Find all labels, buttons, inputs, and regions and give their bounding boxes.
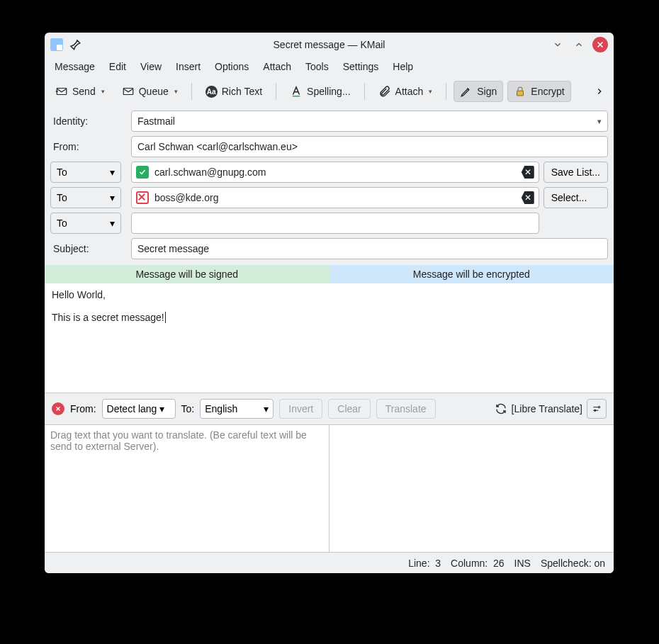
translate-to-select[interactable]: English ▾ [200, 399, 274, 419]
identity-combo[interactable]: Fastmail ▾ [131, 111, 608, 132]
status-ins[interactable]: INS [514, 558, 531, 569]
select-recipients-button[interactable]: Select... [543, 187, 608, 208]
from-value: Carl Schwan <carl@carlschwan.eu> [137, 141, 298, 152]
chevron-down-icon: ▾ [264, 403, 269, 414]
remove-recipient-button[interactable]: ✕ [522, 166, 534, 179]
from-field[interactable]: Carl Schwan <carl@carlschwan.eu> [131, 136, 608, 157]
translate-toolbar: From: Detect lang ▾ To: English ▾ Invert… [45, 393, 614, 425]
recipient-type-combo[interactable]: To ▾ [50, 213, 121, 234]
menu-insert[interactable]: Insert [169, 57, 208, 78]
translate-from-select[interactable]: Detect lang ▾ [102, 399, 176, 419]
translate-run-button[interactable]: Translate [376, 399, 436, 419]
status-spellcheck[interactable]: Spellcheck: on [541, 558, 605, 569]
lock-icon [514, 85, 526, 98]
compose-window: Secret message — KMail Message Edit View… [45, 33, 614, 573]
translate-panes: Drag text that you want to translate. (B… [45, 425, 614, 552]
recipient-type-combo[interactable]: To ▾ [50, 187, 121, 208]
translate-from-value: Detect lang [107, 403, 157, 414]
recipient-type-value: To [57, 218, 67, 229]
recipient-type-combo[interactable]: To ▾ [50, 162, 121, 183]
close-translate-button[interactable] [52, 402, 64, 415]
menu-options[interactable]: Options [208, 57, 256, 78]
toolbar-overflow-button[interactable] [590, 83, 609, 100]
translate-source-pane[interactable]: Drag text that you want to translate. (B… [45, 425, 330, 552]
richtext-icon: Aa [205, 86, 218, 98]
queue-label: Queue [139, 86, 169, 97]
menu-message[interactable]: Message [47, 57, 102, 78]
status-column-label: Column: [451, 558, 488, 569]
send-label: Send [72, 86, 96, 97]
translate-to-label: To: [181, 403, 195, 414]
text-caret [165, 312, 166, 323]
chevron-down-icon: ▾ [174, 88, 178, 95]
status-line: Line: 3 [408, 558, 441, 569]
chevron-down-icon: ▾ [597, 117, 602, 126]
menu-tools[interactable]: Tools [298, 57, 336, 78]
signed-status: Message will be signed [45, 265, 330, 283]
subject-field[interactable]: Secret message [131, 238, 608, 259]
translate-label: Translate [385, 403, 427, 414]
key-ok-icon [136, 166, 149, 179]
menu-settings[interactable]: Settings [336, 57, 386, 78]
paperclip-icon [378, 85, 391, 98]
minimize-button[interactable] [550, 37, 565, 52]
recipient-address: boss@kde.org [154, 192, 218, 203]
status-line-label: Line: [408, 558, 429, 569]
menu-help[interactable]: Help [385, 57, 420, 78]
recipient-field[interactable]: boss@kde.org ✕ [131, 187, 539, 208]
translate-engine-label: [Libre Translate] [512, 403, 582, 414]
remove-recipient-button[interactable]: ✕ [522, 191, 534, 204]
from-label: From: [50, 141, 127, 152]
select-label: Select... [551, 192, 587, 203]
recipient-type-value: To [57, 192, 67, 203]
toolbar-divider [446, 83, 446, 100]
recipient-type-value: To [57, 166, 67, 178]
refresh-icon[interactable] [495, 402, 507, 415]
toolbar-divider [191, 83, 192, 100]
close-button[interactable] [592, 37, 608, 52]
chevron-down-icon: ▾ [110, 192, 115, 203]
svg-rect-1 [123, 89, 133, 95]
key-missing-icon [136, 191, 149, 204]
chevron-down-icon: ▾ [159, 403, 164, 414]
pin-icon[interactable] [69, 38, 81, 51]
window-title: Secret message — KMail [45, 39, 614, 50]
translate-settings-button[interactable] [587, 399, 607, 419]
status-line-value: 3 [435, 558, 441, 569]
svg-rect-0 [57, 89, 67, 95]
svg-rect-2 [517, 91, 524, 96]
translate-invert-button[interactable]: Invert [279, 399, 322, 419]
translate-target-pane[interactable] [330, 425, 614, 552]
status-column: Column: 26 [451, 558, 505, 569]
subject-value: Secret message [137, 243, 209, 254]
sign-button[interactable]: Sign [454, 81, 503, 102]
translate-clear-button[interactable]: Clear [328, 399, 370, 419]
toolbar: Send ▾ Queue ▾ Aa Rich Text Spelling... [45, 78, 614, 106]
queue-button[interactable]: Queue ▾ [116, 81, 184, 102]
message-body-editor[interactable]: Hello World, This is a secret message! [45, 283, 614, 393]
chevron-down-icon: ▾ [110, 218, 115, 229]
spelling-button[interactable]: Spelling... [283, 81, 356, 102]
richtext-label: Rich Text [222, 86, 262, 97]
chevron-down-icon: ▾ [101, 88, 105, 95]
maximize-button[interactable] [571, 37, 587, 52]
attach-button[interactable]: Attach ▾ [372, 81, 439, 102]
recipient-field-empty[interactable] [131, 213, 539, 234]
menu-attach[interactable]: Attach [256, 57, 298, 78]
encrypt-label: Encrypt [531, 86, 564, 97]
menu-edit[interactable]: Edit [102, 57, 133, 78]
menu-view[interactable]: View [133, 57, 169, 78]
status-column-value: 26 [493, 558, 505, 569]
encrypt-button[interactable]: Encrypt [507, 81, 570, 102]
richtext-button[interactable]: Aa Rich Text [199, 81, 269, 102]
send-icon [55, 85, 68, 98]
toolbar-divider [364, 83, 365, 100]
recipient-field[interactable]: carl.schwan@gnupg.com ✕ [131, 162, 539, 183]
sign-label: Sign [477, 86, 497, 97]
save-list-label: Save List... [551, 166, 600, 178]
save-list-button[interactable]: Save List... [543, 162, 608, 183]
send-button[interactable]: Send ▾ [49, 81, 111, 102]
spelling-icon [290, 85, 303, 98]
queue-icon [122, 85, 135, 98]
toolbar-divider [276, 83, 276, 100]
